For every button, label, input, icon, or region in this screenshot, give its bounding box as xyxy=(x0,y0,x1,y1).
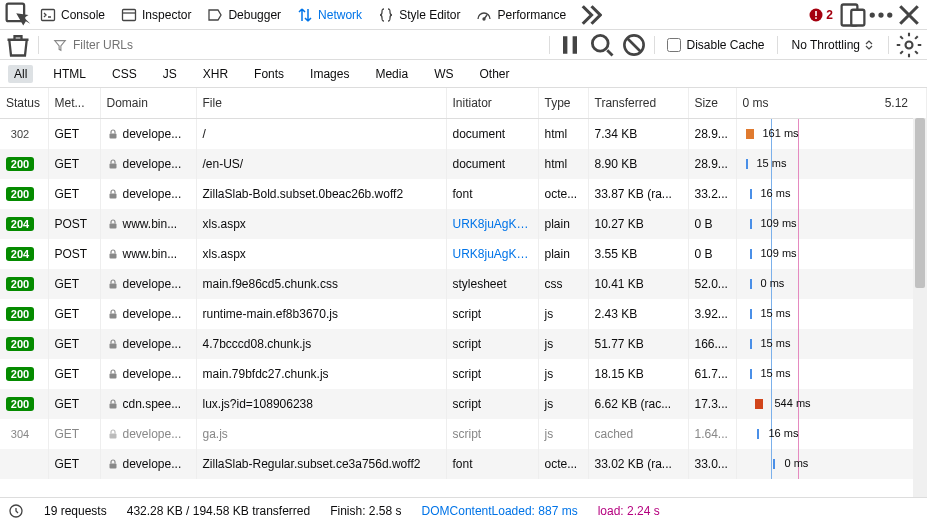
lock-icon xyxy=(107,428,119,440)
lock-icon xyxy=(107,308,119,320)
cell-initiator: document xyxy=(446,149,538,179)
svg-rect-23 xyxy=(109,313,116,318)
cell-method: GET xyxy=(48,389,100,419)
svg-rect-28 xyxy=(109,463,116,468)
perf-icon[interactable] xyxy=(8,503,24,519)
tab-performance[interactable]: Performance xyxy=(468,0,574,30)
cell-domain: cdn.spee... xyxy=(100,389,196,419)
cell-domain: develope... xyxy=(100,359,196,389)
table-row[interactable]: 302GETdevelope.../documenthtml7.34 KB28.… xyxy=(0,118,927,149)
cell-transferred: 3.55 KB xyxy=(588,239,688,269)
cell-domain: www.bin... xyxy=(100,209,196,239)
cell-status: 200 xyxy=(0,389,48,419)
cell-status: 304 xyxy=(0,419,48,449)
filter-urls-input[interactable]: Filter URLs xyxy=(45,38,543,52)
cell-transferred: 6.62 KB (rac... xyxy=(588,389,688,419)
tab-inspector[interactable]: Inspector xyxy=(113,0,199,30)
filter-js[interactable]: JS xyxy=(157,65,183,83)
filter-images[interactable]: Images xyxy=(304,65,355,83)
filter-ws[interactable]: WS xyxy=(428,65,459,83)
filter-all[interactable]: All xyxy=(8,65,33,83)
filter-other[interactable]: Other xyxy=(473,65,515,83)
header-waterfall[interactable]: 0 ms5.12 xyxy=(736,88,927,118)
cell-domain: develope... xyxy=(100,269,196,299)
meatball-menu-icon[interactable] xyxy=(867,1,895,29)
cell-method: POST xyxy=(48,209,100,239)
table-row[interactable]: 200GETdevelope...4.7bcccd08.chunk.jsscri… xyxy=(0,329,927,359)
header-method[interactable]: Met... xyxy=(48,88,100,118)
responsive-mode-icon[interactable] xyxy=(839,1,867,29)
svg-point-9 xyxy=(870,12,875,17)
header-initiator[interactable]: Initiator xyxy=(446,88,538,118)
cell-type: js xyxy=(538,329,588,359)
search-icon[interactable] xyxy=(588,31,616,59)
header-file[interactable]: File xyxy=(196,88,446,118)
header-size[interactable]: Size xyxy=(688,88,736,118)
tab-console[interactable]: Console xyxy=(32,0,113,30)
table-row[interactable]: 200GETdevelope...main.79bfdc27.chunk.jss… xyxy=(0,359,927,389)
cell-initiator[interactable]: URK8juAgKq... xyxy=(446,209,538,239)
svg-rect-27 xyxy=(109,433,116,438)
close-devtools-icon[interactable] xyxy=(895,1,923,29)
table-row[interactable]: 304GETdevelope...ga.jsscriptjscached1.64… xyxy=(0,419,927,449)
header-type[interactable]: Type xyxy=(538,88,588,118)
cell-initiator[interactable]: URK8juAgKq... xyxy=(446,239,538,269)
cell-size: 3.92... xyxy=(688,299,736,329)
cell-status: 200 xyxy=(0,359,48,389)
cell-type: plain xyxy=(538,209,588,239)
vertical-scrollbar[interactable] xyxy=(913,118,927,497)
cell-initiator: document xyxy=(446,118,538,149)
table-row[interactable]: 204POSTwww.bin...xls.aspxURK8juAgKq...pl… xyxy=(0,239,927,269)
cell-initiator: script xyxy=(446,359,538,389)
svg-rect-12 xyxy=(563,36,567,54)
header-transferred[interactable]: Transferred xyxy=(588,88,688,118)
svg-point-16 xyxy=(906,41,913,48)
svg-rect-8 xyxy=(851,9,864,25)
lock-icon xyxy=(107,158,119,170)
tab-debugger[interactable]: Debugger xyxy=(199,0,289,30)
scrollbar-thumb[interactable] xyxy=(915,118,925,288)
table-row[interactable]: 204POSTwww.bin...xls.aspxURK8juAgKq...pl… xyxy=(0,209,927,239)
cell-size: 166.... xyxy=(688,329,736,359)
request-type-filter: All HTML CSS JS XHR Fonts Images Media W… xyxy=(0,60,927,88)
error-count[interactable]: 2 xyxy=(803,8,839,22)
table-row[interactable]: 200GETcdn.spee...lux.js?id=108906238scri… xyxy=(0,389,927,419)
cell-method: GET xyxy=(48,329,100,359)
table-row[interactable]: 200GETdevelope...ZillaSlab-Bold.subset.0… xyxy=(0,179,927,209)
cell-method: POST xyxy=(48,239,100,269)
cell-file: xls.aspx xyxy=(196,239,446,269)
tab-network[interactable]: Network xyxy=(289,0,370,30)
cell-transferred: 33.87 KB (ra... xyxy=(588,179,688,209)
cell-size: 17.3... xyxy=(688,389,736,419)
filter-css[interactable]: CSS xyxy=(106,65,143,83)
cell-initiator: stylesheet xyxy=(446,269,538,299)
clear-icon[interactable] xyxy=(4,31,32,59)
cell-waterfall: 544 ms xyxy=(736,389,927,419)
cell-file: main.f9e86cd5.chunk.css xyxy=(196,269,446,299)
element-picker-icon[interactable] xyxy=(4,1,32,29)
cell-size: 0 B xyxy=(688,209,736,239)
cell-method: GET xyxy=(48,299,100,329)
filter-media[interactable]: Media xyxy=(369,65,414,83)
tab-style-editor[interactable]: Style Editor xyxy=(370,0,468,30)
cell-status: 200 xyxy=(0,179,48,209)
table-row[interactable]: 200GETdevelope.../en-US/documenthtml8.90… xyxy=(0,149,927,179)
settings-gear-icon[interactable] xyxy=(895,31,923,59)
header-domain[interactable]: Domain xyxy=(100,88,196,118)
svg-point-3 xyxy=(483,18,485,20)
block-icon[interactable] xyxy=(620,31,648,59)
table-row[interactable]: 200GETdevelope...runtime-main.ef8b3670.j… xyxy=(0,299,927,329)
throttling-select[interactable]: No Throttling xyxy=(784,38,882,52)
tabs-overflow-icon[interactable] xyxy=(574,1,602,29)
filter-fonts[interactable]: Fonts xyxy=(248,65,290,83)
header-status[interactable]: Status xyxy=(0,88,48,118)
table-row[interactable]: GETdevelope...ZillaSlab-Regular.subset.c… xyxy=(0,449,927,479)
cell-file: xls.aspx xyxy=(196,209,446,239)
cell-method: GET xyxy=(48,449,100,479)
pause-icon[interactable] xyxy=(556,31,584,59)
disable-cache-checkbox[interactable]: Disable Cache xyxy=(661,38,770,52)
cell-type: js xyxy=(538,419,588,449)
filter-xhr[interactable]: XHR xyxy=(197,65,234,83)
filter-html[interactable]: HTML xyxy=(47,65,92,83)
table-row[interactable]: 200GETdevelope...main.f9e86cd5.chunk.css… xyxy=(0,269,927,299)
